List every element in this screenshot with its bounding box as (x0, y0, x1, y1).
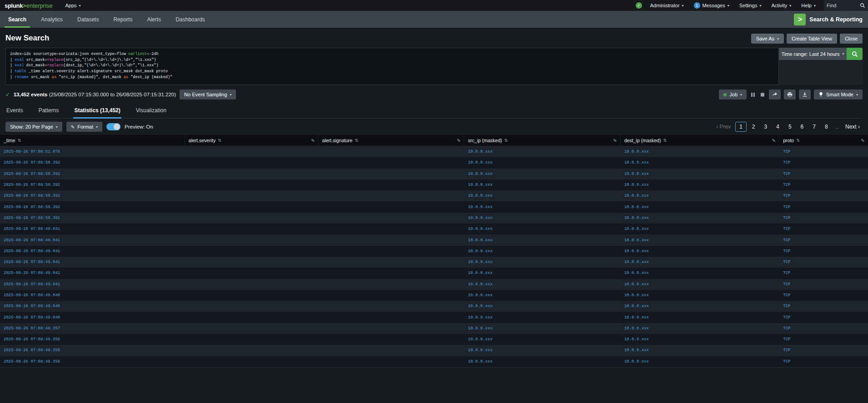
cell-src[interactable]: 10.0.0.xxx (464, 359, 621, 364)
cell-src[interactable]: 10.0.0.xxx (464, 160, 621, 165)
cell-dest[interactable]: 10.0.0.xxx (621, 348, 779, 353)
cell-src[interactable]: 10.0.0.xxx (464, 293, 621, 298)
column-header-alert-signature[interactable]: alert.signature⇅ ✎ (319, 135, 465, 146)
nav-item-alerts[interactable]: Alerts (140, 11, 168, 28)
job-menu-button[interactable]: Job▾ (719, 90, 747, 100)
cell-dest[interactable]: 10.0.0.xxx (621, 326, 779, 331)
cell-src[interactable]: 10.0.0.xxx (464, 315, 621, 320)
cell-dest[interactable]: 10.0.0.xxx (621, 160, 779, 165)
cell-proto[interactable]: TCP (779, 271, 868, 275)
cell-dest[interactable]: 10.0.0.xxx (621, 172, 779, 176)
search-mode-button[interactable]: Smart Mode▾ (814, 90, 863, 100)
edit-column-icon[interactable]: ✎ (613, 138, 617, 143)
nav-item-analytics[interactable]: Analytics (34, 11, 70, 28)
export-button[interactable] (799, 90, 811, 100)
page-7[interactable]: 7 (809, 122, 819, 131)
cell-proto[interactable]: TCP (779, 227, 868, 231)
cell-proto[interactable]: TCP (779, 216, 868, 220)
cell-time[interactable]: 2025-08-26 07:08:49.040 (0, 315, 185, 320)
cell-src[interactable]: 10.0.0.xxx (464, 149, 621, 154)
tab-statistics[interactable]: Statistics (13,452) (73, 105, 121, 119)
help-menu[interactable]: Help▾ (799, 0, 818, 11)
format-button[interactable]: ✎ Format▾ (66, 122, 102, 132)
nav-item-datasets[interactable]: Datasets (70, 11, 106, 28)
page-8[interactable]: 8 (821, 122, 832, 131)
page-next[interactable]: Next › (843, 122, 863, 131)
cell-proto[interactable]: TCP (779, 326, 868, 331)
cell-dest[interactable]: 10.0.0.xxx (621, 249, 779, 254)
save-as-button[interactable]: Save As▾ (751, 34, 784, 44)
cell-src[interactable]: 10.0.0.xxx (464, 304, 621, 308)
cell-src[interactable]: 10.0.0.xxx (464, 326, 621, 331)
cell-proto[interactable]: TCP (779, 348, 868, 353)
cell-time[interactable]: 2025-08-26 07:08:49.041 (0, 282, 185, 287)
cell-src[interactable]: 10.0.0.xxx (464, 238, 621, 243)
apps-menu[interactable]: Apps▾ (64, 0, 83, 11)
cell-time[interactable]: 2025-08-26 07:08:49.041 (0, 260, 185, 264)
cell-proto[interactable]: TCP (779, 149, 868, 154)
tab-events[interactable]: Events (5, 105, 24, 118)
cell-dest[interactable]: 10.0.0.xxx (621, 227, 779, 231)
column-header-src-ip[interactable]: src_ip (masked)⇅ ✎ (464, 135, 621, 146)
nav-item-dashboards[interactable]: Dashboards (168, 11, 212, 28)
cell-src[interactable]: 10.0.0.xxx (464, 337, 621, 342)
cell-proto[interactable]: TCP (779, 359, 868, 364)
cell-time[interactable]: 2025-08-26 07:08:49.040 (0, 293, 185, 298)
create-table-view-button[interactable]: Create Table View (787, 34, 837, 44)
cell-time[interactable]: 2025-08-26 07:08:50.392 (0, 160, 185, 165)
page-2[interactable]: 2 (748, 122, 759, 131)
cell-dest[interactable]: 10.0.0.xxx (621, 337, 779, 342)
cell-dest[interactable]: 10.0.0.xxx (621, 149, 779, 154)
cell-proto[interactable]: TCP (779, 293, 868, 298)
cell-src[interactable]: 10.0.0.xxx (464, 282, 621, 287)
cell-src[interactable]: 10.0.0.xxx (464, 216, 621, 220)
column-header-time[interactable]: _time⇅ (0, 135, 185, 146)
preview-toggle[interactable] (106, 123, 120, 130)
cell-time[interactable]: 2025-08-26 07:08:49.040 (0, 304, 185, 308)
cell-proto[interactable]: TCP (779, 282, 868, 287)
cell-time[interactable]: 2025-08-26 07:08:49.041 (0, 238, 185, 243)
close-button[interactable]: Close (840, 34, 863, 44)
cell-dest[interactable]: 10.0.0.xxx (621, 260, 779, 264)
time-range-picker[interactable]: Time range: Last 24 hours▾ (779, 48, 847, 60)
cell-proto[interactable]: TCP (779, 315, 868, 320)
cell-src[interactable]: 10.0.0.xxx (464, 249, 621, 254)
system-status-icon[interactable]: ✓ (636, 2, 642, 9)
column-header-alert-severity[interactable]: alert.severity⇅ ✎ (185, 135, 319, 146)
cell-src[interactable]: 10.0.0.xxx (464, 194, 621, 198)
find-input[interactable] (827, 3, 858, 8)
cell-proto[interactable]: TCP (779, 172, 868, 176)
cell-dest[interactable]: 10.0.0.xxx (621, 293, 779, 298)
activity-menu[interactable]: Activity▾ (770, 0, 793, 11)
nav-item-reports[interactable]: Reports (106, 11, 140, 28)
page-1[interactable]: 1 (735, 122, 747, 132)
settings-menu[interactable]: Settings▾ (738, 0, 763, 11)
page-6[interactable]: 6 (797, 122, 808, 131)
event-sampling-button[interactable]: No Event Sampling▾ (180, 90, 236, 100)
cell-time[interactable]: 2025-08-26 07:08:48.357 (0, 326, 185, 331)
cell-time[interactable]: 2025-08-26 07:08:50.392 (0, 194, 185, 198)
run-search-button[interactable] (847, 48, 863, 60)
cell-proto[interactable]: TCP (779, 337, 868, 342)
cell-dest[interactable]: 10.0.0.xxx (621, 304, 779, 308)
cell-src[interactable]: 10.0.0.xxx (464, 205, 621, 209)
pause-button[interactable] (750, 92, 756, 97)
cell-time[interactable]: 2025-08-26 07:08:48.356 (0, 337, 185, 342)
cell-src[interactable]: 10.0.0.xxx (464, 227, 621, 231)
cell-src[interactable]: 10.0.0.xxx (464, 271, 621, 275)
edit-column-icon[interactable]: ✎ (311, 138, 315, 143)
cell-time[interactable]: 2025-08-26 07:08:50.391 (0, 216, 185, 220)
cell-dest[interactable]: 10.0.0.xxx (621, 216, 779, 220)
cell-proto[interactable]: TCP (779, 249, 868, 254)
current-app[interactable]: > Search & Reporting (794, 11, 868, 28)
page-4[interactable]: 4 (773, 122, 783, 131)
cell-dest[interactable]: 10.0.0.xxx (621, 194, 779, 198)
search-query[interactable]: index=ids sourcetype=suricata:json event… (5, 48, 779, 85)
page-5[interactable]: 5 (785, 122, 795, 131)
share-button[interactable] (769, 90, 781, 100)
cell-dest[interactable]: 10.0.0.xxx (621, 359, 779, 364)
cell-proto[interactable]: TCP (779, 160, 868, 165)
edit-column-icon[interactable]: ✎ (772, 138, 776, 143)
cell-proto[interactable]: TCP (779, 205, 868, 209)
cell-src[interactable]: 10.0.0.xxx (464, 348, 621, 353)
